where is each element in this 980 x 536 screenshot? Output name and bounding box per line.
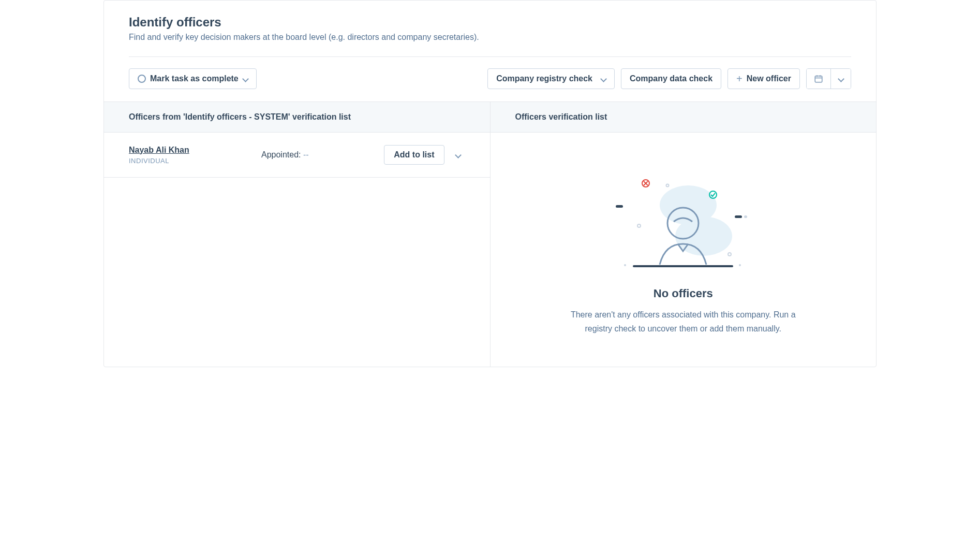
chevron-down-icon xyxy=(838,76,843,81)
calendar-dropdown-button[interactable] xyxy=(830,69,851,89)
add-to-list-label: Add to list xyxy=(394,150,434,160)
svg-rect-17 xyxy=(744,215,747,218)
calendar-split-button xyxy=(806,68,851,89)
page-subtitle: Find and verify key decision makers at t… xyxy=(129,33,851,42)
new-officer-label: New officer xyxy=(747,74,791,83)
officer-appointed-value: -- xyxy=(303,150,309,159)
panels: Officers from 'Identify officers - SYSTE… xyxy=(104,102,876,367)
officer-info: Nayab Ali Khan INDIVIDUAL xyxy=(129,146,253,165)
officer-row-more-button[interactable] xyxy=(451,148,465,162)
plus-icon: + xyxy=(736,74,743,84)
svg-rect-16 xyxy=(735,215,742,218)
company-registry-check-label: Company registry check xyxy=(496,74,592,83)
new-officer-button[interactable]: + New officer xyxy=(727,68,800,89)
svg-point-13 xyxy=(666,184,669,187)
svg-point-19 xyxy=(739,264,741,266)
toolbar: Mark task as complete Company registry c… xyxy=(104,57,876,102)
svg-point-14 xyxy=(728,253,731,256)
chevron-down-icon xyxy=(243,76,248,81)
right-panel-header: Officers verification list xyxy=(491,102,877,133)
officer-row: Nayab Ali Khan INDIVIDUAL Appointed: -- … xyxy=(104,133,490,178)
empty-state-text: There aren't any officers associated wit… xyxy=(564,308,802,336)
calendar-icon xyxy=(814,74,823,83)
company-data-check-label: Company data check xyxy=(630,74,712,83)
mark-task-complete-button[interactable]: Mark task as complete xyxy=(129,68,257,89)
page-title: Identify officers xyxy=(129,15,851,30)
empty-state: No officers There aren't any officers as… xyxy=(491,133,877,367)
empty-state-title: No officers xyxy=(515,287,852,300)
page-header: Identify officers Find and verify key de… xyxy=(104,1,876,42)
chevron-down-icon xyxy=(601,76,606,81)
empty-state-illustration xyxy=(611,174,755,272)
officer-appointed-label: Appointed: xyxy=(261,150,301,159)
officer-type: INDIVIDUAL xyxy=(129,157,253,165)
officer-appointed: Appointed: -- xyxy=(261,150,376,160)
svg-point-12 xyxy=(637,224,641,227)
company-data-check-button[interactable]: Company data check xyxy=(621,68,721,89)
left-panel: Officers from 'Identify officers - SYSTE… xyxy=(104,102,491,367)
company-registry-check-button[interactable]: Company registry check xyxy=(487,68,615,89)
chevron-down-icon xyxy=(455,152,461,157)
officer-actions: Add to list xyxy=(384,145,465,165)
right-panel: Officers verification list xyxy=(491,102,877,367)
svg-rect-15 xyxy=(616,205,623,208)
svg-rect-0 xyxy=(815,76,822,82)
toolbar-left: Mark task as complete xyxy=(129,68,257,89)
unchecked-circle-icon xyxy=(138,75,146,83)
add-to-list-button[interactable]: Add to list xyxy=(384,145,444,165)
calendar-button[interactable] xyxy=(807,69,830,89)
svg-point-18 xyxy=(624,264,626,266)
mark-task-complete-label: Mark task as complete xyxy=(150,74,239,83)
identify-officers-page: Identify officers Find and verify key de… xyxy=(103,0,877,367)
left-panel-header: Officers from 'Identify officers - SYSTE… xyxy=(104,102,490,133)
officer-name-link[interactable]: Nayab Ali Khan xyxy=(129,146,253,155)
toolbar-right: Company registry check Company data chec… xyxy=(487,68,851,89)
